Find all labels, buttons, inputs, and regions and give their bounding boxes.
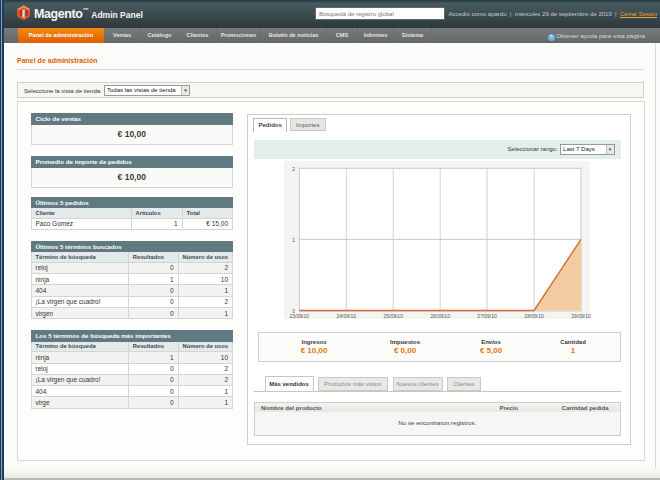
svg-text:24/09/10: 24/09/10 xyxy=(337,313,357,319)
svg-text:2: 2 xyxy=(293,166,296,172)
svg-text:26/09/10: 26/09/10 xyxy=(431,313,451,319)
svg-text:27/09/10: 27/09/10 xyxy=(478,313,498,319)
svg-text:29/09/10: 29/09/10 xyxy=(572,313,592,319)
svg-text:28/09/10: 28/09/10 xyxy=(525,313,545,319)
svg-text:25/09/10: 25/09/10 xyxy=(384,313,404,319)
svg-text:23/09/10: 23/09/10 xyxy=(290,313,310,319)
svg-text:1: 1 xyxy=(293,237,296,243)
